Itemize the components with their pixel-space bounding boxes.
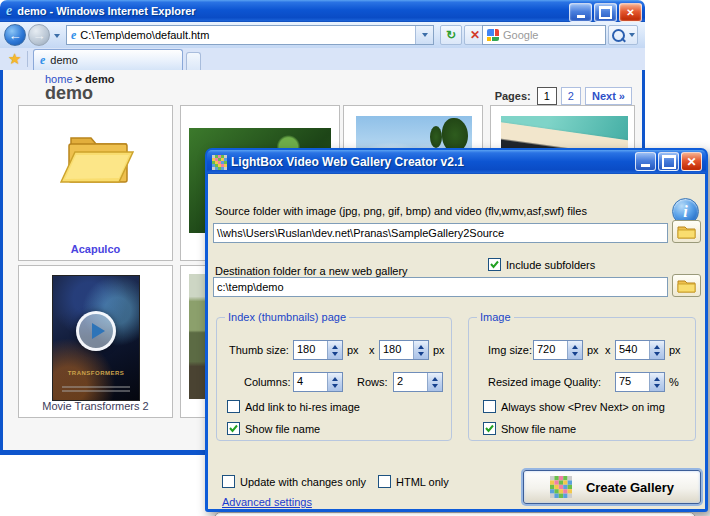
thumbnail-cell-acapulco[interactable]: Acapulco [18, 105, 173, 261]
tab-favicon-icon: e [40, 53, 45, 68]
refresh-button[interactable]: ↻ [440, 25, 462, 45]
dialog-minimize-button[interactable] [635, 152, 656, 171]
address-dropdown-button[interactable] [415, 26, 433, 44]
source-browse-button[interactable] [672, 220, 701, 243]
dialog-window-controls: ✕ [635, 152, 702, 171]
img-width-value: 720 [534, 341, 567, 359]
folder-icon [57, 126, 137, 192]
spinner-arrows-icon[interactable] [327, 373, 342, 391]
poster-title-text: TRANSFORMERS [53, 370, 139, 376]
index-group-title: Index (thumbnails) page [225, 311, 349, 323]
include-subfolders-checkbox[interactable] [488, 258, 501, 271]
source-folder-input[interactable]: \\whs\Users\Ruslan\dev.net\Pranas\Sample… [213, 223, 668, 243]
back-button[interactable]: ← [4, 24, 26, 46]
include-subfolders-label: Include subfolders [506, 259, 595, 271]
index-show-filename-checkbox[interactable] [227, 422, 240, 435]
html-only-label: HTML only [396, 476, 449, 488]
thumbnail-caption[interactable]: Movie Transformers 2 [19, 400, 172, 412]
minimize-icon [641, 164, 650, 167]
dialog-close-button[interactable]: ✕ [681, 152, 702, 171]
minimize-button[interactable] [569, 3, 592, 22]
close-button[interactable]: ✕ [619, 3, 642, 22]
px-label: px [347, 344, 359, 356]
px-label: px [587, 344, 599, 356]
index-page-group: Index (thumbnails) page Thumb size: 180 … [216, 317, 452, 441]
px-label: px [669, 344, 681, 356]
back-icon: ← [9, 28, 22, 43]
forward-button[interactable]: → [28, 24, 50, 46]
browser-toolbar: ← → e C:\Temp\demo\default.htm ↻ ✕ Googl… [0, 22, 645, 49]
next-page-button[interactable]: Next » [585, 87, 632, 105]
columns-spinner[interactable]: 4 [293, 372, 343, 392]
thumb-height-value: 180 [380, 341, 413, 359]
rows-value: 2 [394, 373, 427, 391]
add-link-hires-checkbox[interactable] [227, 400, 240, 413]
destination-folder-input[interactable]: c:\temp\demo [213, 277, 668, 297]
spinner-arrows-icon[interactable] [413, 341, 428, 359]
play-button[interactable] [76, 311, 116, 351]
history-dropdown-icon[interactable] [54, 34, 60, 38]
destination-folder-value: c:\temp\demo [217, 281, 284, 293]
thumb-width-spinner[interactable]: 180 [293, 340, 343, 360]
advanced-settings-link[interactable]: Advanced settings [222, 496, 312, 508]
google-logo-icon [487, 29, 499, 41]
update-changes-only-checkbox[interactable] [222, 475, 235, 488]
quality-spinner[interactable]: 75 [615, 372, 665, 392]
play-icon [92, 323, 105, 339]
dialog-maximize-button[interactable] [658, 152, 679, 171]
quality-label: Resized image Quality: [488, 376, 601, 388]
page-2-button[interactable]: 2 [561, 87, 581, 105]
browser-titlebar[interactable]: e demo - Windows Internet Explorer ✕ [0, 0, 645, 22]
rows-spinner[interactable]: 2 [393, 372, 443, 392]
always-show-prevnext-checkbox[interactable] [483, 400, 496, 413]
page-title: demo [45, 83, 93, 104]
destination-browse-button[interactable] [672, 274, 701, 297]
spinner-arrows-icon[interactable] [649, 341, 664, 359]
img-height-spinner[interactable]: 540 [615, 340, 665, 360]
img-width-spinner[interactable]: 720 [533, 340, 583, 360]
thumb-height-spinner[interactable]: 180 [379, 340, 429, 360]
maximize-button[interactable] [594, 3, 617, 22]
image-group-title: Image [477, 311, 514, 323]
x-label: x [605, 344, 611, 356]
poster-credits-line [62, 386, 131, 388]
pagination: Pages: 1 2 Next » [495, 87, 632, 105]
thumbnail-cell-movie[interactable]: TRANSFORMERS Movie Transformers 2 [18, 265, 173, 418]
spinner-arrows-icon[interactable] [427, 373, 442, 391]
dialog-titlebar[interactable]: LightBox Video Web Gallery Creator v2.1 … [207, 150, 706, 174]
thumbnail-caption[interactable]: Acapulco [19, 243, 172, 255]
search-icon [612, 29, 625, 42]
spinner-arrows-icon[interactable] [649, 373, 664, 391]
image-show-filename-checkbox[interactable] [483, 422, 496, 435]
spinner-arrows-icon[interactable] [327, 341, 342, 359]
folder-icon [677, 224, 696, 239]
pages-label: Pages: [495, 90, 531, 102]
folder-icon [677, 278, 696, 293]
create-gallery-button[interactable]: Create Gallery [523, 470, 701, 504]
movie-poster-image[interactable]: TRANSFORMERS [52, 275, 140, 401]
browser-title: demo - Windows Internet Explorer [17, 5, 195, 17]
add-link-hires-label: Add link to hi-res image [245, 401, 360, 413]
close-icon: ✕ [626, 8, 634, 17]
html-only-checkbox[interactable] [378, 475, 391, 488]
percent-label: % [669, 376, 679, 388]
columns-value: 4 [294, 373, 327, 391]
stop-icon: ✕ [470, 28, 480, 42]
page-1-button[interactable]: 1 [537, 87, 557, 105]
thumb-width-value: 180 [294, 341, 327, 359]
poster-credits-line [62, 390, 131, 392]
search-input[interactable]: Google [482, 25, 606, 45]
search-go-button[interactable] [608, 25, 638, 45]
new-tab-stub[interactable] [186, 52, 201, 70]
maximize-icon [662, 155, 676, 169]
tab-demo[interactable]: e demo [33, 49, 183, 70]
address-bar[interactable]: e C:\Temp\demo\default.htm [66, 25, 434, 45]
spinner-arrows-icon[interactable] [567, 341, 582, 359]
address-text: C:\Temp\demo\default.htm [80, 29, 209, 41]
source-folder-value: \\whs\Users\Ruslan\dev.net\Pranas\Sample… [217, 227, 504, 239]
gallery-creator-dialog: LightBox Video Web Gallery Creator v2.1 … [205, 148, 708, 512]
search-options-icon [629, 33, 635, 37]
forward-icon: → [33, 28, 46, 43]
img-height-value: 540 [616, 341, 649, 359]
favorites-star-icon[interactable]: ★ [8, 50, 21, 68]
